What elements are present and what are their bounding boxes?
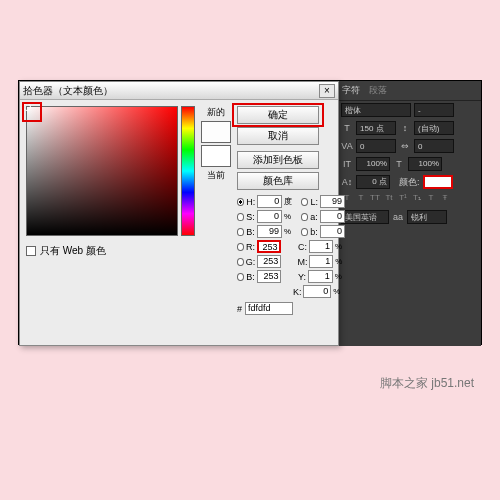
s-input[interactable]: 0 [257,210,282,223]
aa-icon: aa [392,211,404,223]
color-picker-dialog: 拾色器（文本颜色） × 只有 Web 颜色 新的 [19,81,339,346]
highlight-cursor [22,102,42,122]
character-panel: 字符 段落 楷体 - T 150 点 ↕ (自动) VA 0 ⇔ 0 IT 10… [337,81,481,346]
language-select[interactable]: 美国英语 [341,210,389,224]
font-style-select[interactable]: - [414,103,454,117]
b-unit: % [284,227,294,236]
app-stage: 字符 段落 楷体 - T 150 点 ↕ (自动) VA 0 ⇔ 0 IT 10… [18,80,482,345]
add-swatch-button[interactable]: 添加到色板 [237,151,319,169]
web-colors-label: 只有 Web 颜色 [40,244,106,258]
allcaps-button[interactable]: TT [369,193,381,202]
g-radio[interactable] [237,258,244,266]
kerning-select[interactable]: 0 [356,139,396,153]
tab-paragraph[interactable]: 段落 [369,84,387,97]
subscript-button[interactable]: T₁ [411,193,423,202]
hex-label: # [237,304,242,314]
k-input[interactable]: 0 [303,285,331,298]
lab-b-radio[interactable] [301,228,308,236]
c-unit: % [335,242,345,251]
b2-radio[interactable] [237,273,244,281]
color-field[interactable] [26,106,178,236]
r-input[interactable]: 253 [257,240,282,253]
s-unit: % [284,212,294,221]
r-radio[interactable] [237,243,244,251]
s-radio[interactable] [237,213,244,221]
l-radio[interactable] [301,198,308,206]
lab-b-input[interactable]: 0 [320,225,345,238]
underline-button[interactable]: T [425,193,437,202]
h-unit: 度 [284,196,294,207]
baseline-input[interactable]: 0 点 [356,175,390,189]
hscale-icon: T [393,158,405,170]
current-color-swatch[interactable] [201,145,231,167]
type-style-row: T T TT Tt T¹ T₁ T Ŧ [337,191,481,204]
tab-character[interactable]: 字符 [342,84,360,97]
y-input[interactable]: 1 [308,270,333,283]
bval-input[interactable]: 99 [257,225,282,238]
web-colors-checkbox[interactable] [26,246,36,256]
text-color-swatch[interactable] [423,175,453,189]
dialog-titlebar[interactable]: 拾色器（文本颜色） × [20,82,338,100]
dialog-title: 拾色器（文本颜色） [23,84,113,98]
vscale-input[interactable]: 100% [356,157,390,171]
b2-input[interactable]: 253 [257,270,282,283]
cancel-button[interactable]: 取消 [237,127,319,145]
font-family-select[interactable]: 楷体 [341,103,411,117]
font-size-select[interactable]: 150 点 [356,121,396,135]
tracking-select[interactable]: 0 [414,139,454,153]
hue-slider[interactable] [181,106,195,236]
color-label: 颜色: [399,176,420,189]
k-unit: % [333,287,345,296]
tracking-icon: ⇔ [399,140,411,152]
close-button[interactable]: × [319,84,335,98]
ok-button[interactable]: 确定 [237,106,319,124]
strike-button[interactable]: Ŧ [439,193,451,202]
watermark: 脚本之家 jb51.net [380,375,474,392]
panel-tabs: 字符 段落 [337,81,481,101]
new-label: 新的 [207,106,225,119]
l-input[interactable]: 99 [320,195,345,208]
c-input[interactable]: 1 [309,240,333,253]
leading-select[interactable]: (自动) [414,121,454,135]
h-radio[interactable] [237,198,244,206]
m-unit: % [335,257,345,266]
a-radio[interactable] [301,213,308,221]
hex-input[interactable]: fdfdfd [245,302,293,315]
m-input[interactable]: 1 [309,255,333,268]
a-input[interactable]: 0 [320,210,345,223]
smallcaps-button[interactable]: Tt [383,193,395,202]
leading-icon: ↕ [399,122,411,134]
g-input[interactable]: 253 [257,255,281,268]
antialias-select[interactable]: 锐利 [407,210,447,224]
new-color-swatch [201,121,231,143]
y-unit: % [335,272,345,281]
faux-italic-button[interactable]: T [355,193,367,202]
b-radio[interactable] [237,228,244,236]
superscript-button[interactable]: T¹ [397,193,409,202]
hscale-input[interactable]: 100% [408,157,442,171]
current-label: 当前 [207,169,225,182]
h-input[interactable]: 0 [257,195,282,208]
color-libs-button[interactable]: 颜色库 [237,172,319,190]
